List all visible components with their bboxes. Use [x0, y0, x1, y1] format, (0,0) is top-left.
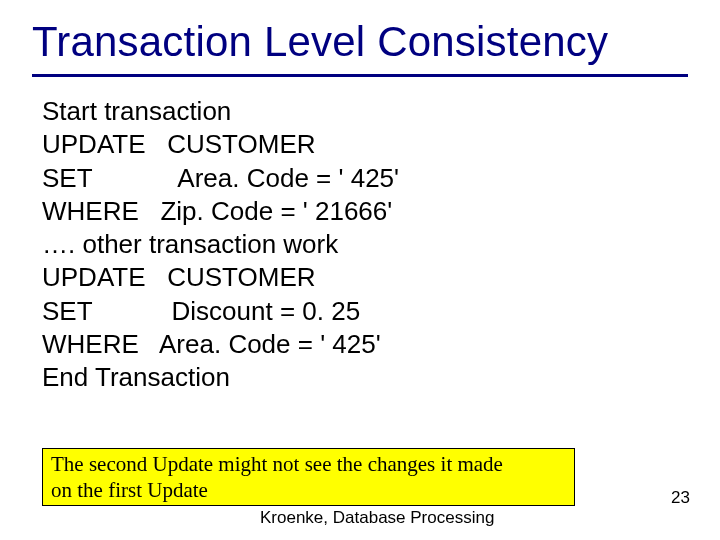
code-block: Start transaction UPDATE CUSTOMER SET Ar… [0, 95, 720, 394]
code-line: UPDATE CUSTOMER [42, 261, 720, 294]
code-line: WHERE Zip. Code = ' 21666' [42, 195, 720, 228]
code-line: End Transaction [42, 361, 720, 394]
code-line: SET Area. Code = ' 425' [42, 162, 720, 195]
code-line: …. other transaction work [42, 228, 720, 261]
code-line: Start transaction [42, 95, 720, 128]
slide: Transaction Level Consistency Start tran… [0, 0, 720, 540]
highlight-text-line: on the first Update [51, 477, 566, 503]
highlight-text-line: The second Update might not see the chan… [51, 451, 566, 477]
footer-citation: Kroenke, Database Processing [260, 508, 494, 528]
slide-title: Transaction Level Consistency [0, 0, 720, 74]
page-number: 23 [671, 488, 690, 508]
code-line: UPDATE CUSTOMER [42, 128, 720, 161]
code-line: WHERE Area. Code = ' 425' [42, 328, 720, 361]
highlight-callout: The second Update might not see the chan… [42, 448, 575, 506]
code-line: SET Discount = 0. 25 [42, 295, 720, 328]
title-rule [32, 74, 688, 77]
